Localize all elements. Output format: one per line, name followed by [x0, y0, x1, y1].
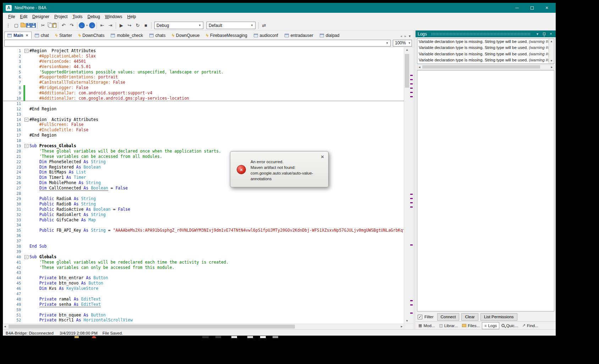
fold-icon[interactable]: − — [24, 49, 28, 53]
scrollbar-track[interactable] — [404, 53, 410, 318]
menu-debug[interactable]: Debug — [85, 13, 102, 20]
scroll-up-icon[interactable]: ▲ — [549, 39, 554, 44]
code-line[interactable]: 18 — [3, 138, 404, 143]
warning-mark[interactable] — [410, 244, 413, 246]
new-file-icon[interactable]: ▢ — [12, 22, 20, 29]
fold-icon[interactable]: − — [24, 144, 28, 148]
panel-tab-quic[interactable]: Quic... — [499, 322, 520, 329]
code-line[interactable]: 12#End Region — [3, 106, 404, 112]
warning-mark[interactable] — [410, 83, 413, 84]
history-dropdown-icon[interactable]: ▾ — [85, 22, 89, 29]
scroll-up-icon[interactable]: ▲ — [405, 47, 409, 53]
warning-mark[interactable] — [410, 88, 413, 89]
code-line[interactable]: 38End Sub — [3, 244, 404, 249]
taskbar-icon[interactable] — [75, 336, 79, 338]
code-line[interactable]: 49 Private senha As EditText — [3, 302, 404, 307]
warning-mark[interactable] — [410, 92, 413, 93]
code-line[interactable]: 13 — [3, 112, 404, 117]
code-line[interactable]: 5 'SupportedOrientations possible values… — [3, 70, 404, 75]
code-line[interactable]: 36 — [3, 233, 404, 238]
list-permissions-button[interactable]: List Permissions — [480, 313, 517, 321]
close-button[interactable]: × — [539, 3, 554, 12]
taskbar-icon[interactable] — [247, 336, 253, 338]
code-line[interactable]: 10 #AdditionalJar: com.google.android.gm… — [3, 96, 404, 101]
code-line[interactable]: 11 — [3, 101, 404, 106]
code-line[interactable]: 47 — [3, 291, 404, 297]
fold-icon[interactable]: − — [24, 118, 28, 122]
code-line[interactable]: 1−#Region Project Attributes — [3, 48, 404, 54]
outdent-icon[interactable]: ⇤ — [98, 22, 106, 29]
tabs-scroll-right-icon[interactable]: ▸ — [405, 34, 406, 38]
close-tab-icon[interactable]: × — [26, 33, 28, 38]
tab-downchats[interactable]: ϟDownChats — [75, 32, 108, 39]
code-line[interactable]: 52 Private Hscrl1 As HorizontalScrollVie… — [3, 318, 404, 323]
cut-icon[interactable]: ✂ — [39, 22, 47, 29]
code-line[interactable]: 19−Sub Process_Globals — [3, 143, 404, 149]
code-line[interactable]: 40−Sub Globals — [3, 254, 404, 260]
code-line[interactable]: 8 #BridgeLogger: False — [3, 85, 404, 90]
warning-mark[interactable] — [410, 194, 413, 195]
code-line[interactable]: 9 #AdditionalJar: com.android.support:su… — [3, 90, 404, 96]
copy-icon[interactable] — [49, 23, 52, 28]
code-line[interactable]: 42 'These variables can only be accessed… — [3, 265, 404, 270]
warning-mark[interactable] — [410, 304, 413, 305]
code-line[interactable]: 32 Public RadioAlert As String — [3, 212, 404, 217]
code-line[interactable]: 35 Public FB_API_Key As String = "AAAAbe… — [3, 228, 404, 233]
log-output-area[interactable] — [417, 70, 554, 311]
maximize-button[interactable] — [524, 3, 539, 12]
editor-horizontal-scrollbar[interactable]: ◄ ► — [3, 324, 413, 329]
menu-help[interactable]: Help — [125, 13, 139, 20]
scroll-right-icon[interactable]: ► — [400, 324, 404, 329]
panel-tab-mod[interactable]: ▦Mod... — [416, 322, 437, 329]
tab-firebasemessaging[interactable]: ϟFirebaseMessaging — [203, 32, 251, 39]
tabs-scroll-left-icon[interactable]: ◂ — [400, 34, 402, 38]
menu-tools[interactable]: Tools — [70, 13, 85, 20]
fold-icon[interactable]: − — [24, 255, 28, 259]
hscrollbar-thumb[interactable] — [422, 65, 540, 68]
code-line[interactable]: 3 #VersionCode: 44501 — [3, 59, 404, 64]
code-line[interactable]: 14−#Region Activity Attributes — [3, 117, 404, 122]
code-line[interactable]: 25 Dim Timer1 As Timer — [3, 175, 404, 180]
default-configuration-dropdown[interactable]: Default▼ — [207, 22, 255, 29]
navigate-forward-icon[interactable]: → — [89, 22, 95, 28]
panel-menu-icon[interactable]: ▾ — [535, 32, 540, 36]
code-line[interactable]: 16 #IncludeTitle: False — [3, 127, 404, 133]
open-project-icon[interactable] — [21, 23, 26, 27]
tab-downqueue[interactable]: ϟDownQueue — [169, 32, 203, 39]
tab-chat[interactable]: chat — [32, 32, 52, 39]
save-icon[interactable] — [26, 23, 31, 28]
code-line[interactable]: 45 Private btn_novo As Button — [3, 281, 404, 286]
scroll-down-icon[interactable]: ▼ — [405, 318, 409, 324]
editor-vertical-scrollbar[interactable]: ▲ ▼ — [404, 47, 410, 324]
warning-mark[interactable] — [410, 96, 413, 97]
undo-icon[interactable]: ↶ — [60, 22, 67, 29]
dialog-close-icon[interactable]: × — [321, 154, 324, 160]
panel-drag-handle[interactable] — [431, 33, 531, 35]
panel-tab-logs[interactable]: ≡Logs — [482, 322, 499, 329]
taskbar-icon[interactable] — [260, 336, 266, 338]
panel-close-icon[interactable]: × — [548, 32, 554, 36]
code-editor[interactable]: 1−#Region Project Attributes2 #Applicati… — [3, 47, 413, 324]
menu-edit[interactable]: Edit — [17, 13, 30, 20]
taskbar-icon[interactable] — [215, 336, 221, 338]
warning-mark[interactable] — [410, 198, 413, 199]
menu-windows[interactable]: Windows — [103, 13, 125, 20]
code-line[interactable]: 27 Dim CallConnected As Boolean = False — [3, 186, 404, 191]
code-line[interactable]: 7 #CanInstallToExternalStorage: False — [3, 80, 404, 85]
save-all-icon[interactable] — [31, 23, 36, 28]
warning-mark[interactable] — [410, 206, 413, 208]
minimize-button[interactable] — [510, 3, 524, 12]
code-line[interactable]: 51 Private btn_oquee As Button — [3, 313, 404, 318]
taskbar-icon[interactable] — [202, 336, 209, 338]
panel-tab-find[interactable]: ↗Find... — [520, 322, 540, 329]
filter-checkbox[interactable]: ✓ — [418, 315, 422, 319]
redo-icon[interactable]: ↷ — [68, 22, 76, 29]
indent-icon[interactable]: ⇥ — [106, 22, 114, 29]
hscrollbar-thumb[interactable] — [9, 325, 295, 329]
tab-main[interactable]: Main× — [4, 32, 32, 39]
panel-tab-files[interactable]: Files... — [460, 322, 482, 329]
taskbar-icon[interactable] — [231, 336, 237, 338]
clear-button[interactable]: Clear — [461, 313, 478, 321]
tab-audioconf[interactable]: audioconf — [251, 32, 281, 39]
menu-designer[interactable]: Designer — [30, 13, 52, 20]
